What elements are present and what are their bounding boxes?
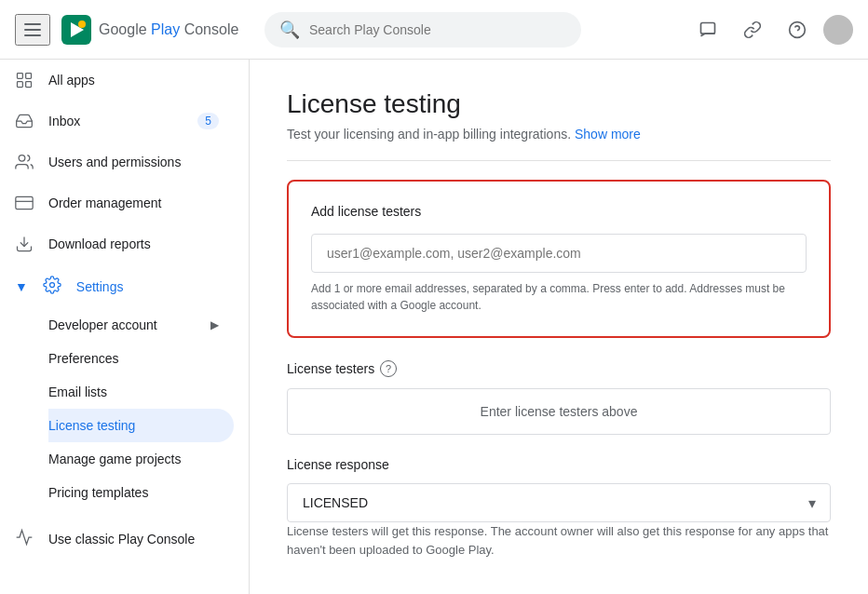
svg-rect-10	[18, 82, 23, 88]
svg-point-12	[19, 155, 25, 162]
header-actions	[689, 11, 853, 48]
feedback-button[interactable]	[689, 11, 726, 48]
add-testers-title: Add license testers	[311, 204, 807, 219]
sidebar-label-users: Users and permissions	[48, 155, 181, 169]
testers-help-icon[interactable]: ?	[380, 360, 397, 377]
page-title: License testing	[287, 89, 831, 119]
page-subtitle: Test your licensing and in-app billing i…	[287, 127, 831, 142]
sidebar-item-license-testing[interactable]: License testing	[48, 409, 234, 442]
sidebar-item-all-apps[interactable]: All apps	[0, 60, 234, 101]
sidebar-item-inbox[interactable]: Inbox 5	[0, 101, 234, 142]
sidebar-item-manage-game[interactable]: Manage game projects	[48, 442, 234, 476]
link-icon	[743, 20, 762, 39]
sidebar-item-order[interactable]: Order management	[0, 182, 234, 223]
sidebar-label-download: Download reports	[48, 236, 151, 251]
download-icon	[15, 235, 34, 253]
search-area: 🔍	[264, 12, 674, 47]
logo-area: Google Play Console	[61, 15, 238, 45]
sidebar-item-classic[interactable]: Use classic Play Console	[0, 517, 249, 560]
link-button[interactable]	[734, 11, 771, 48]
main-layout: All apps Inbox 5 Users and permissions	[0, 60, 868, 594]
svg-rect-8	[18, 74, 23, 79]
content-divider	[287, 160, 831, 161]
developer-expand-icon: ▶	[210, 318, 219, 331]
svg-point-2	[78, 20, 86, 28]
avatar[interactable]	[823, 15, 853, 45]
sidebar: All apps Inbox 5 Users and permissions	[0, 60, 250, 594]
add-testers-card: Add license testers Add 1 or more email …	[287, 180, 831, 338]
all-apps-icon	[15, 71, 34, 89]
menu-button[interactable]	[15, 14, 50, 46]
inbox-icon	[15, 112, 34, 130]
email-input-hint: Add 1 or more email addresses, separated…	[311, 280, 807, 314]
inbox-badge: 5	[197, 113, 219, 129]
header-left: Google Play Console	[15, 14, 264, 46]
sidebar-item-email-lists[interactable]: Email lists	[48, 375, 234, 409]
users-icon	[15, 153, 34, 171]
content-area: License testing Test your licensing and …	[250, 60, 868, 594]
classic-label: Use classic Play Console	[48, 532, 195, 547]
svg-rect-3	[701, 22, 715, 34]
settings-expand-icon: ▼	[15, 279, 28, 294]
testers-empty-state: Enter license testers above	[287, 388, 831, 435]
sidebar-label-inbox: Inbox	[48, 114, 80, 128]
svg-point-16	[49, 283, 54, 288]
license-response-wrapper: LICENSED NOT_LICENSED ERROR_NOT_MARKET_M…	[287, 483, 831, 522]
svg-rect-11	[26, 82, 32, 88]
order-icon	[15, 194, 34, 212]
search-icon: 🔍	[279, 20, 300, 40]
settings-label: Settings	[76, 279, 124, 294]
sidebar-item-users[interactable]: Users and permissions	[0, 142, 234, 182]
feedback-icon	[698, 20, 717, 39]
sidebar-item-pricing[interactable]: Pricing templates	[48, 476, 234, 509]
testers-email-input[interactable]	[311, 234, 807, 273]
sidebar-label-order: Order management	[48, 196, 161, 210]
show-more-link[interactable]: Show more	[575, 127, 641, 142]
classic-icon	[15, 528, 34, 549]
sidebar-item-download[interactable]: Download reports	[0, 223, 234, 264]
sidebar-label-all-apps: All apps	[48, 73, 95, 88]
sidebar-item-preferences[interactable]: Preferences	[48, 342, 234, 375]
svg-rect-9	[26, 74, 32, 79]
sidebar-item-settings[interactable]: ▼ Settings	[0, 264, 249, 308]
search-input[interactable]	[309, 22, 551, 37]
logo-play: Play	[151, 21, 180, 37]
help-button[interactable]	[779, 11, 816, 48]
logo-console: Console	[184, 21, 239, 37]
response-section-label: License response	[287, 457, 831, 472]
svg-rect-13	[16, 196, 33, 209]
testers-section-label: License testers ?	[287, 360, 831, 377]
settings-icon	[43, 276, 61, 297]
header: Google Play Console 🔍	[0, 0, 868, 60]
response-description: License testers will get this response. …	[287, 522, 831, 559]
search-bar: 🔍	[264, 12, 581, 47]
license-response-select[interactable]: LICENSED NOT_LICENSED ERROR_NOT_MARKET_M…	[287, 483, 831, 522]
sidebar-item-developer[interactable]: Developer account ▶	[48, 308, 234, 342]
help-icon	[788, 20, 807, 39]
logo-icon	[61, 15, 91, 45]
logo-text: Google Play Console	[99, 21, 238, 38]
logo-google: Google	[99, 21, 147, 37]
settings-sub-nav: Developer account ▶ Preferences Email li…	[0, 308, 249, 509]
